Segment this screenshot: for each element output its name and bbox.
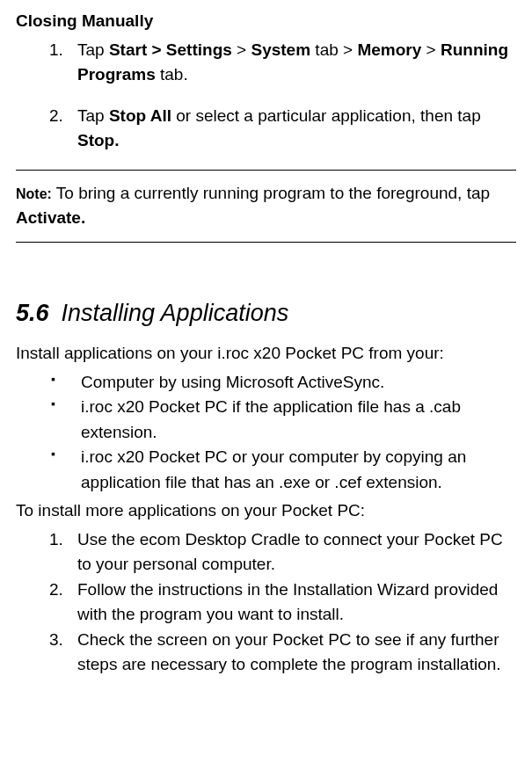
list-content: Use the ecom Desktop Cradle to connect y…	[76, 527, 516, 578]
note-text: To bring a currently running program to …	[16, 184, 490, 228]
list-number: 3.	[49, 628, 63, 653]
divider-bottom	[16, 242, 516, 243]
install-follow-text: To install more applications on your Poc…	[16, 498, 516, 524]
list-content: Follow the instructions in the Installat…	[76, 578, 516, 628]
list-content: Tap Stop All or select a particular appl…	[76, 104, 516, 154]
list-number: 2.	[49, 578, 63, 603]
section-intro: Install applications on your i.roc x20 P…	[16, 341, 516, 367]
text-run: System	[251, 40, 310, 59]
text-run: tab >	[310, 40, 357, 59]
list-content: Check the screen on your Pocket PC to se…	[76, 628, 516, 678]
section-number: 5.6	[16, 300, 49, 326]
closing-heading: Closing Manually	[16, 9, 516, 34]
text-run: or select a particular application, then…	[171, 106, 481, 125]
text-run: Memory	[357, 40, 421, 59]
text-run: Activate.	[16, 208, 85, 227]
list-content: Computer by using Microsoft ActiveSync.	[76, 370, 516, 396]
list-item: 2.Follow the instructions in the Install…	[49, 578, 516, 628]
text-run: Tap	[77, 106, 109, 125]
text-run: >	[232, 40, 251, 59]
install-sources-list: Computer by using Microsoft ActiveSync.i…	[49, 370, 516, 496]
list-content: i.roc x20 Pocket PC or your computer by …	[76, 445, 516, 495]
section-heading: 5.6Installing Applications	[16, 295, 516, 331]
closing-steps-list: 1.Tap Start > Settings > System tab > Me…	[49, 38, 516, 154]
list-item: 1.Tap Start > Settings > System tab > Me…	[49, 38, 516, 88]
list-content: Tap Start > Settings > System tab > Memo…	[76, 38, 516, 88]
note-block: Note: To bring a currently running progr…	[16, 181, 516, 231]
list-number: 1.	[49, 38, 63, 63]
list-item: Computer by using Microsoft ActiveSync.	[49, 370, 516, 396]
list-item: i.roc x20 Pocket PC if the application f…	[49, 395, 516, 445]
text-run: Stop.	[77, 131, 120, 149]
list-item: 1.Use the ecom Desktop Cradle to connect…	[49, 527, 516, 578]
list-item: 2.Tap Stop All or select a particular ap…	[49, 104, 516, 154]
text-run: >	[421, 40, 441, 59]
list-item: 3.Check the screen on your Pocket PC to …	[49, 628, 516, 678]
list-number: 1.	[49, 527, 63, 553]
list-item: i.roc x20 Pocket PC or your computer by …	[49, 445, 516, 495]
install-steps-list: 1.Use the ecom Desktop Cradle to connect…	[49, 527, 516, 678]
list-content: i.roc x20 Pocket PC if the application f…	[76, 395, 516, 445]
text-run: Start > Settings	[109, 40, 232, 59]
text-run: Tap	[77, 40, 109, 59]
text-run: Stop All	[109, 106, 171, 125]
list-number: 2.	[49, 104, 63, 129]
section-title: Installing Applications	[62, 300, 289, 326]
text-run: tab.	[156, 65, 188, 84]
divider-top	[16, 170, 516, 171]
text-run: To bring a currently running program to …	[52, 184, 490, 202]
note-label: Note:	[16, 186, 52, 201]
